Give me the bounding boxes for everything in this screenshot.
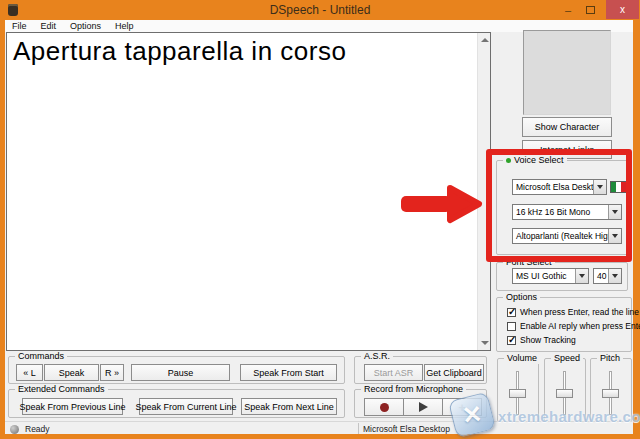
option-read-line[interactable]: When press Enter, read the line — [507, 307, 639, 317]
speak-button[interactable]: Speak — [44, 364, 99, 381]
close-button[interactable]: x — [606, 0, 639, 19]
record-button[interactable] — [364, 398, 404, 416]
pitch-slider[interactable] — [602, 389, 619, 398]
play-button[interactable] — [403, 398, 443, 416]
window-title: DSpeech - Untitled — [0, 3, 640, 17]
pitch-label: Pitch — [597, 353, 623, 364]
commands-label: Commands — [15, 351, 67, 362]
extended-commands-label: Extended Commands — [15, 384, 108, 395]
checkbox-checked-icon[interactable] — [507, 308, 516, 317]
record-from-microphone-label: Record from Microphone — [361, 384, 466, 395]
chevron-down-icon[interactable] — [608, 269, 621, 283]
show-character-button[interactable]: Show Character — [522, 117, 612, 137]
font-dropdown[interactable]: MS UI Gothic — [512, 268, 589, 284]
options-group: Options When press Enter, read the line … — [496, 297, 632, 352]
watermark-text: xtremehardware.com — [498, 408, 640, 425]
speak-previous-line-button[interactable]: Speak From Previous Line — [22, 398, 123, 415]
speed-label: Speed — [551, 353, 583, 364]
menu-edit[interactable]: Edit — [34, 20, 64, 32]
character-preview-box — [523, 30, 611, 115]
menu-options[interactable]: Options — [63, 20, 108, 32]
status-sphere-icon — [10, 425, 19, 434]
option-show-tracking[interactable]: Show Tracking — [507, 335, 576, 345]
scroll-up-icon[interactable] — [481, 38, 489, 42]
maximize-icon — [586, 6, 595, 14]
highlight-box — [486, 149, 632, 262]
status-separator — [358, 423, 359, 434]
speak-right-button[interactable]: R » — [100, 364, 124, 381]
chevron-down-icon[interactable] — [575, 269, 588, 283]
speak-next-line-button[interactable]: Speak From Next Line — [241, 398, 337, 415]
dspeech-window: DSpeech - Untitled – x File Edit Options… — [0, 0, 640, 439]
start-asr-button[interactable]: Start ASR — [364, 364, 423, 381]
record-icon — [380, 403, 389, 412]
speak-from-start-button[interactable]: Speak From Start — [240, 364, 337, 381]
menu-help[interactable]: Help — [108, 20, 141, 32]
volume-slider[interactable] — [509, 389, 526, 398]
speak-current-line-button[interactable]: Speak From Current Line — [139, 398, 233, 415]
highlight-arrow-icon — [398, 182, 484, 226]
get-clipboard-button[interactable]: Get Clipboard — [424, 364, 484, 381]
editor-text: Apertura tapparella in corso — [13, 36, 490, 67]
option-ai-reply[interactable]: Enable AI reply when press Enter — [507, 321, 640, 331]
status-voice: Microsoft Elsa Desktop — [363, 424, 450, 434]
volume-label: Volume — [504, 353, 540, 364]
checkbox-unchecked-icon[interactable] — [507, 322, 516, 331]
font-size-dropdown[interactable]: 40 — [593, 268, 622, 284]
speak-left-button[interactable]: « L — [16, 364, 43, 381]
status-ready: Ready — [25, 424, 50, 434]
maximize-button[interactable] — [580, 0, 600, 19]
close-icon: x — [620, 4, 625, 15]
minimize-button[interactable]: – — [558, 0, 578, 19]
checkbox-checked-icon[interactable] — [507, 336, 516, 345]
pause-button[interactable]: Pause — [131, 364, 230, 381]
speed-slider[interactable] — [556, 389, 573, 398]
scroll-down-icon[interactable] — [481, 341, 489, 345]
minimize-icon: – — [565, 4, 571, 16]
options-label: Options — [503, 292, 540, 303]
asr-label: A.S.R. — [361, 351, 393, 362]
menu-file[interactable]: File — [5, 20, 34, 32]
play-icon — [419, 402, 428, 412]
